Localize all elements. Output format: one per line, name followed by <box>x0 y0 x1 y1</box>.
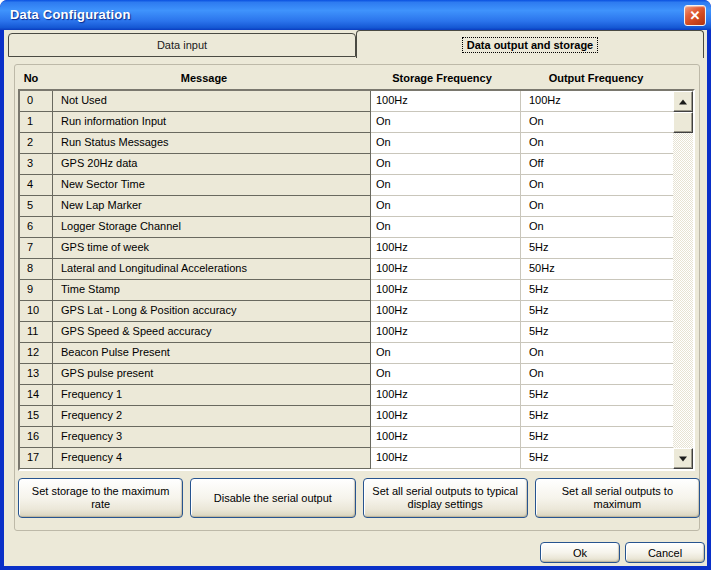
row-message: New Sector Time <box>53 175 371 196</box>
scroll-down-icon <box>679 456 687 461</box>
row-message: Not Used <box>53 91 371 112</box>
row-output-frequency[interactable]: 5Hz <box>521 427 673 448</box>
tab-data-output-label: Data output and storage <box>463 38 598 52</box>
row-output-frequency[interactable]: On <box>521 364 673 385</box>
vertical-scrollbar[interactable] <box>673 91 693 469</box>
title-bar[interactable]: Data Configuration ✕ <box>0 0 711 30</box>
row-no: 11 <box>20 322 53 343</box>
table-row: 2Run Status MessagesOnOn <box>20 133 673 154</box>
row-output-frequency[interactable]: 5Hz <box>521 448 673 469</box>
row-storage-frequency[interactable]: 100Hz <box>371 322 521 343</box>
row-no: 1 <box>20 112 53 133</box>
table-row: 12Beacon Pulse PresentOnOn <box>20 343 673 364</box>
table-row: 14Frequency 1100Hz5Hz <box>20 385 673 406</box>
tab-data-input[interactable]: Data input <box>8 33 356 57</box>
row-message: GPS time of week <box>53 238 371 259</box>
row-storage-frequency[interactable]: On <box>371 343 521 364</box>
row-message: GPS 20Hz data <box>53 154 371 175</box>
row-output-frequency[interactable]: 5Hz <box>521 238 673 259</box>
cancel-button[interactable]: Cancel <box>625 542 705 563</box>
row-output-frequency[interactable]: 100Hz <box>521 91 673 112</box>
table-row: 17Frequency 4100Hz5Hz <box>20 448 673 469</box>
row-output-frequency[interactable]: On <box>521 112 673 133</box>
row-output-frequency[interactable]: On <box>521 343 673 364</box>
close-icon[interactable]: ✕ <box>684 5 706 26</box>
row-output-frequency[interactable]: Off <box>521 154 673 175</box>
scroll-down-button[interactable] <box>673 448 693 469</box>
row-message: Beacon Pulse Present <box>53 343 371 364</box>
tab-data-input-label: Data input <box>157 39 207 51</box>
row-no: 4 <box>20 175 53 196</box>
row-storage-frequency[interactable]: On <box>371 154 521 175</box>
row-output-frequency[interactable]: On <box>521 175 673 196</box>
row-storage-frequency[interactable]: 100Hz <box>371 406 521 427</box>
scrollbar-track[interactable] <box>673 133 693 448</box>
table-row: 4New Sector TimeOnOn <box>20 175 673 196</box>
table-row: 9Time Stamp100Hz5Hz <box>20 280 673 301</box>
row-message: Frequency 2 <box>53 406 371 427</box>
row-storage-frequency[interactable]: 100Hz <box>371 91 521 112</box>
row-no: 3 <box>20 154 53 175</box>
row-storage-frequency[interactable]: On <box>371 175 521 196</box>
row-no: 0 <box>20 91 53 112</box>
row-storage-frequency[interactable]: On <box>371 133 521 154</box>
serial-typical-display-button[interactable]: Set all serial outputs to typical displa… <box>363 478 528 518</box>
row-no: 12 <box>20 343 53 364</box>
row-no: 10 <box>20 301 53 322</box>
set-storage-maximum-button[interactable]: Set storage to the maximum rate <box>18 478 183 518</box>
row-message: Run Status Messages <box>53 133 371 154</box>
table-row: 15Frequency 2100Hz5Hz <box>20 406 673 427</box>
row-no: 7 <box>20 238 53 259</box>
dialog-body: Data input Data output and storage No Me… <box>4 30 707 566</box>
serial-maximum-button[interactable]: Set all serial outputs to maximum <box>535 478 700 518</box>
table-row: 10GPS Lat - Long & Position accuracy100H… <box>20 301 673 322</box>
scroll-up-icon <box>679 99 687 104</box>
row-no: 8 <box>20 259 53 280</box>
row-storage-frequency[interactable]: 100Hz <box>371 448 521 469</box>
row-output-frequency[interactable]: 50Hz <box>521 259 673 280</box>
row-message: Lateral and Longitudinal Accelerations <box>53 259 371 280</box>
message-table: 0Not Used100Hz100Hz1Run information Inpu… <box>18 89 695 471</box>
row-storage-frequency[interactable]: On <box>371 217 521 238</box>
table-row: 1Run information InputOnOn <box>20 112 673 133</box>
tab-data-output-and-storage[interactable]: Data output and storage <box>356 30 704 58</box>
ok-button[interactable]: Ok <box>540 542 620 563</box>
row-storage-frequency[interactable]: On <box>371 364 521 385</box>
row-output-frequency[interactable]: On <box>521 196 673 217</box>
row-output-frequency[interactable]: On <box>521 133 673 154</box>
column-header-storage-frequency: Storage Frequency <box>392 72 492 84</box>
row-output-frequency[interactable]: 5Hz <box>521 322 673 343</box>
row-output-frequency[interactable]: 5Hz <box>521 301 673 322</box>
table-row: 0Not Used100Hz100Hz <box>20 91 673 112</box>
table-row: 3GPS 20Hz dataOnOff <box>20 154 673 175</box>
row-message: Frequency 1 <box>53 385 371 406</box>
scroll-up-button[interactable] <box>673 91 693 112</box>
row-storage-frequency[interactable]: 100Hz <box>371 280 521 301</box>
row-storage-frequency[interactable]: 100Hz <box>371 301 521 322</box>
disable-serial-output-button[interactable]: Disable the serial output <box>190 478 355 518</box>
row-message: Frequency 4 <box>53 448 371 469</box>
row-message: GPS Lat - Long & Position accuracy <box>53 301 371 322</box>
row-storage-frequency[interactable]: 100Hz <box>371 238 521 259</box>
row-output-frequency[interactable]: 5Hz <box>521 280 673 301</box>
row-output-frequency[interactable]: 5Hz <box>521 406 673 427</box>
table-row: 8Lateral and Longitudinal Accelerations1… <box>20 259 673 280</box>
row-no: 13 <box>20 364 53 385</box>
row-no: 6 <box>20 217 53 238</box>
table-row: 6Logger Storage ChannelOnOn <box>20 217 673 238</box>
table-row: 5New Lap MarkerOnOn <box>20 196 673 217</box>
row-message: GPS pulse present <box>53 364 371 385</box>
row-storage-frequency[interactable]: On <box>371 112 521 133</box>
row-storage-frequency[interactable]: On <box>371 196 521 217</box>
row-storage-frequency[interactable]: 100Hz <box>371 427 521 448</box>
row-output-frequency[interactable]: 5Hz <box>521 385 673 406</box>
row-storage-frequency[interactable]: 100Hz <box>371 259 521 280</box>
row-no: 9 <box>20 280 53 301</box>
table-row: 16Frequency 3100Hz5Hz <box>20 427 673 448</box>
action-button-row: Set storage to the maximum rate Disable … <box>18 478 700 518</box>
scrollbar-thumb[interactable] <box>673 112 693 133</box>
row-output-frequency[interactable]: On <box>521 217 673 238</box>
row-storage-frequency[interactable]: 100Hz <box>371 385 521 406</box>
row-message: Frequency 3 <box>53 427 371 448</box>
window-title: Data Configuration <box>10 7 131 22</box>
